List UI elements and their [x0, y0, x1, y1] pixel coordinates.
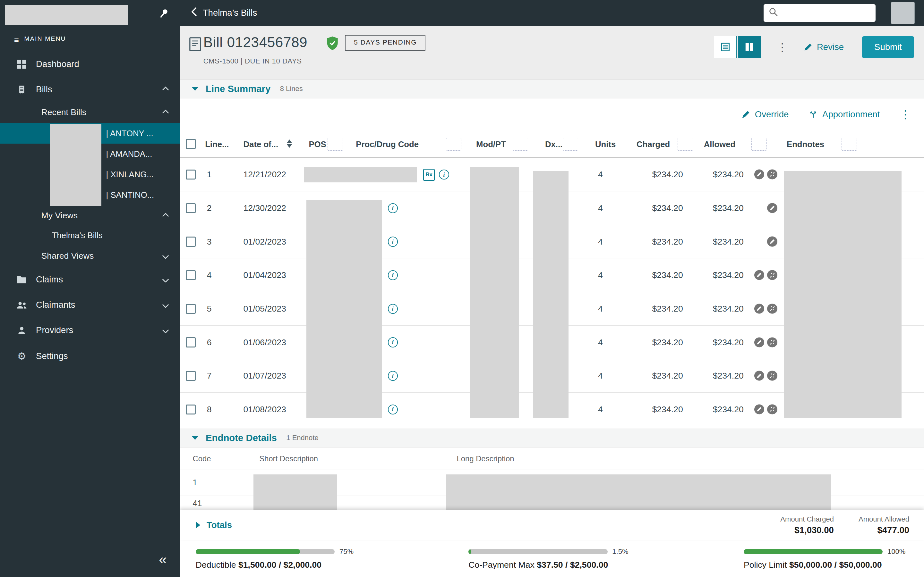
edit-allowed-button[interactable] [754, 270, 764, 280]
filter-drop-slot[interactable] [513, 138, 528, 151]
info-icon[interactable]: i [388, 203, 398, 213]
collapse-sidebar-icon[interactable]: « [159, 552, 167, 566]
col-date[interactable]: Date of... [244, 131, 278, 158]
info-icon[interactable]: i [439, 169, 449, 179]
filter-drop-slot[interactable] [563, 138, 578, 151]
split-view-button[interactable] [738, 36, 761, 58]
cell-allowed: $234.20 [688, 258, 744, 292]
unlink-icon [769, 406, 775, 412]
col-allowed[interactable]: Allowed [688, 131, 735, 158]
filter-drop-slot[interactable] [328, 138, 343, 151]
sidebar-item-bills[interactable]: Bills [0, 79, 180, 100]
cell-units: 4 [585, 326, 603, 359]
sidebar-item-providers[interactable]: Providers [0, 319, 180, 341]
totals-label[interactable]: Totals [207, 520, 232, 530]
edit-allowed-button[interactable] [767, 237, 777, 247]
submit-button[interactable]: Submit [862, 36, 914, 58]
edit-allowed-button[interactable] [754, 371, 764, 381]
row-checkbox[interactable] [186, 270, 196, 280]
row-checkbox[interactable] [186, 337, 196, 347]
info-icon[interactable]: i [388, 405, 398, 414]
info-icon[interactable]: i [388, 237, 398, 247]
row-checkbox[interactable] [186, 237, 196, 247]
filter-drop-slot[interactable] [842, 138, 857, 151]
main-menu-header[interactable]: ≡ MAIN MENU [14, 35, 66, 45]
col-charged[interactable]: Charged [623, 131, 670, 158]
unlink-allowed-button[interactable] [767, 404, 777, 414]
sort-icon[interactable] [287, 139, 292, 148]
search-icon [768, 7, 778, 19]
edit-allowed-button[interactable] [754, 169, 764, 179]
unlink-allowed-button[interactable] [767, 270, 777, 280]
sidebar-item-shared-views[interactable]: Shared Views [0, 246, 180, 266]
col-dx[interactable]: Dx... [545, 131, 562, 158]
line-count: 8 Lines [280, 85, 303, 93]
recent-bill-label: | ANTONY ... [106, 129, 153, 138]
edit-allowed-button[interactable] [767, 203, 777, 213]
search-input[interactable] [781, 8, 871, 17]
row-checkbox[interactable] [186, 304, 196, 314]
info-icon[interactable]: i [388, 270, 398, 280]
unlink-allowed-button[interactable] [767, 337, 777, 347]
info-icon[interactable]: i [388, 371, 398, 381]
cell-line-number: 8 [207, 393, 212, 426]
endnote-code: 41 [193, 499, 202, 508]
sidebar-item-thelmas-bills[interactable]: Thelma’s Bills [0, 226, 180, 245]
sidebar-item-my-views[interactable]: My Views [0, 205, 180, 226]
revise-button[interactable]: Revise [804, 42, 844, 52]
row-checkbox[interactable] [186, 371, 196, 381]
revise-label: Revise [817, 42, 844, 52]
row-checkbox[interactable] [186, 203, 196, 213]
row-checkbox[interactable] [186, 169, 196, 179]
top-bar: Thelma’s Bills [180, 0, 924, 26]
filter-drop-slot[interactable] [751, 138, 767, 151]
progress-percent: 100% [887, 548, 905, 556]
back-icon[interactable] [192, 7, 197, 19]
info-icon[interactable]: i [388, 304, 398, 314]
endnote-details-header[interactable]: Endnote Details 1 Endnote [180, 429, 924, 448]
sidebar-item-dashboard[interactable]: Dashboard [0, 53, 180, 75]
col-line[interactable]: Line... [205, 131, 229, 158]
unlink-allowed-button[interactable] [767, 303, 777, 314]
sidebar-item-recent-bills[interactable]: Recent Bills [0, 103, 180, 122]
line-summary-header[interactable]: Line Summary 8 Lines [180, 79, 924, 98]
edit-allowed-button[interactable] [754, 337, 764, 347]
providers-icon [16, 326, 27, 335]
expand-triangle-icon[interactable] [196, 522, 200, 529]
sidebar-item-claimants[interactable]: Claimants [0, 294, 180, 316]
col-endnotes[interactable]: Endnotes [787, 131, 824, 158]
amount-allowed-value: $477.00 [859, 525, 909, 535]
apportionment-button[interactable]: Apportionment [809, 109, 880, 119]
line-table-body: 112/21/2022Rxi4$234.20$234.20212/30/2022… [180, 158, 924, 426]
col-long-description: Long Description [457, 448, 514, 470]
providers-label: Providers [36, 325, 73, 335]
rx-icon[interactable]: Rx [423, 169, 435, 181]
cell-units: 4 [585, 225, 603, 259]
info-icon[interactable]: i [388, 337, 398, 347]
col-proc[interactable]: Proc/Drug Code [356, 131, 419, 158]
more-options-icon[interactable]: ⋮ [777, 41, 788, 53]
avatar[interactable] [891, 2, 914, 24]
cell-units: 4 [585, 393, 603, 426]
sidebar-item-settings[interactable]: ⚙ Settings [0, 346, 180, 367]
override-button[interactable]: Override [742, 109, 788, 119]
col-units[interactable]: Units [580, 131, 615, 158]
row-checkbox[interactable] [186, 405, 196, 414]
page-title: Thelma’s Bills [203, 8, 257, 18]
table-more-options-icon[interactable]: ⋮ [900, 108, 911, 121]
edit-allowed-button[interactable] [754, 404, 764, 414]
cell-allowed: $234.20 [688, 359, 744, 393]
endnote-table-body: 1 41 [180, 470, 924, 513]
single-view-button[interactable] [714, 36, 737, 58]
hamburger-icon: ≡ [14, 36, 19, 45]
col-pos[interactable]: POS [309, 131, 326, 158]
filter-drop-slot[interactable] [446, 138, 461, 151]
edit-allowed-button[interactable] [754, 303, 764, 314]
pin-icon[interactable] [158, 8, 170, 20]
select-all-checkbox[interactable] [186, 139, 196, 149]
col-short-description: Short Description [259, 448, 318, 470]
col-mod[interactable]: Mod/PT [476, 131, 506, 158]
sidebar-item-claims[interactable]: Claims [0, 269, 180, 290]
unlink-allowed-button[interactable] [767, 169, 777, 179]
unlink-allowed-button[interactable] [767, 371, 777, 381]
